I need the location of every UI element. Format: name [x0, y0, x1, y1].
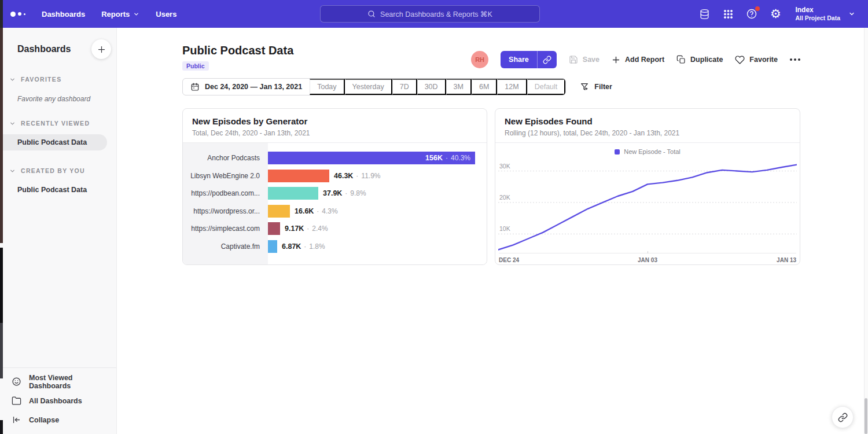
sidebar-footer-label: Collapse [29, 416, 59, 424]
x-tick-label-first: DEC 24 [499, 257, 519, 263]
svg-text:10K: 10K [499, 225, 510, 232]
bar-segment[interactable] [268, 170, 329, 182]
bar-segment[interactable] [268, 222, 280, 235]
screen-edge-artifact [0, 0, 3, 28]
more-options-button[interactable] [790, 56, 800, 63]
add-dashboard-button[interactable] [91, 39, 111, 59]
bar-row[interactable]: Libsyn WebEngine 2.046.3K·11.9% [183, 167, 487, 185]
sidebar-footer-item-most-viewed-dashboards[interactable]: Most Viewed Dashboards [0, 372, 116, 391]
smiley-icon [12, 377, 21, 387]
share-button[interactable]: Share [501, 51, 557, 68]
sidebar: Dashboards FAVORITESFavorite any dashboa… [0, 28, 117, 434]
date-range-label: Dec 24, 2020 — Jan 13, 2021 [205, 83, 302, 91]
settings-gear-icon[interactable] [769, 8, 782, 20]
filter-icon [580, 82, 589, 91]
bar-segment[interactable]: 156K·40.3% [268, 152, 475, 164]
date-range-button[interactable]: Dec 24, 2020 — Jan 13, 2021 [183, 79, 310, 95]
preset-3m[interactable]: 3M [446, 79, 472, 95]
avatar[interactable]: RH [471, 51, 488, 68]
filter-button[interactable]: Filter [580, 82, 612, 91]
screen-edge-artifact [0, 323, 3, 378]
preset-today[interactable]: Today [310, 79, 344, 95]
preset-7d[interactable]: 7D [392, 79, 417, 95]
notification-badge [755, 6, 760, 11]
heart-icon [735, 55, 745, 65]
bar-value-label: 156K·40.3% [425, 154, 475, 162]
bar-category-label: Anchor Podcasts [183, 154, 268, 162]
data-icon[interactable] [698, 8, 711, 20]
sidebar-empty-text: Favorite any dashboard [17, 95, 116, 103]
date-presets: TodayYesterday7D30D3M6M12MDefault [310, 79, 565, 95]
favorite-button[interactable]: Favorite [735, 55, 778, 65]
save-button[interactable]: Save [569, 55, 599, 64]
link-icon [838, 413, 848, 422]
duplicate-button[interactable]: Duplicate [676, 55, 723, 64]
preset-6m[interactable]: 6M [472, 79, 497, 95]
share-button-label[interactable]: Share [501, 51, 537, 68]
line-chart-card[interactable]: New Episodes Found Rolling (12 hours), t… [495, 108, 800, 265]
x-axis-labels: DEC 24 JAN 03 JAN 13 [499, 253, 796, 263]
bar-chart-card[interactable]: New Episodes by Generator Total, Dec 24t… [182, 108, 487, 265]
add-report-button[interactable]: Add Report [612, 56, 664, 64]
bar-area: 16.6K·4.3% [268, 203, 487, 220]
screen-edge-artifact [0, 248, 3, 323]
nav-link-label: Dashboards [42, 10, 85, 19]
bar-area: 156K·40.3% [268, 149, 487, 167]
sidebar-section-header[interactable]: FAVORITES [9, 76, 116, 83]
nav-link-reports[interactable]: Reports [101, 10, 139, 19]
bar-row[interactable]: Anchor Podcasts156K·40.3% [183, 149, 487, 167]
preset-yesterday[interactable]: Yesterday [345, 79, 392, 95]
sidebar-footer-label: Most Viewed Dashboards [29, 374, 116, 390]
bar-area: 6.87K·1.8% [268, 238, 487, 256]
bar-value-label: 16.6K·4.3% [295, 207, 338, 215]
sidebar-footer-item-all-dashboards[interactable]: All Dashboards [0, 391, 116, 410]
bar-segment[interactable] [268, 240, 277, 253]
project-switcher[interactable]: Index All Project Data [795, 6, 855, 22]
nav-link-users[interactable]: Users [156, 10, 176, 19]
bar-segment[interactable] [268, 187, 318, 200]
bar-segment[interactable] [268, 205, 290, 218]
preset-30d[interactable]: 30D [417, 79, 446, 95]
bar-chart-subtitle: Total, Dec 24th, 2020 - Jan 13th, 2021 [192, 129, 477, 137]
sidebar-section-label: FAVORITES [21, 76, 61, 83]
scrollbar-track[interactable] [864, 28, 868, 434]
search-input[interactable]: Search Dashboards & Reports ⌘K [320, 5, 540, 23]
bar-row[interactable]: Captivate.fm6.87K·1.8% [183, 238, 487, 256]
main-content: Public Podcast Data Public RH Share Save… [117, 28, 868, 434]
share-link-fab[interactable] [832, 406, 854, 428]
collapse-icon [12, 415, 21, 425]
line-chart-svg: 10K20K30K [498, 157, 797, 253]
bar-row[interactable]: https://simplecast.com9.17K·2.4% [183, 220, 487, 238]
sidebar-title: Dashboards [17, 44, 71, 54]
bar-row[interactable]: https://wordpress.or...16.6K·4.3% [183, 203, 487, 220]
bar-value-label: 37.9K·9.8% [323, 189, 366, 197]
sidebar-footer-item-collapse[interactable]: Collapse [0, 410, 116, 429]
bar-row[interactable]: https://podbean.com...37.9K·9.8% [183, 185, 487, 203]
mixpanel-logo-icon[interactable] [10, 12, 25, 17]
sidebar-section-header[interactable]: RECENTLY VIEWED [9, 120, 116, 127]
copy-link-button[interactable] [537, 51, 557, 68]
scrollbar-thumb[interactable] [865, 398, 867, 434]
visibility-badge: Public [182, 61, 209, 71]
date-range-group: Dec 24, 2020 — Jan 13, 2021 TodayYesterd… [182, 78, 566, 95]
nav-link-dashboards[interactable]: Dashboards [42, 10, 85, 19]
top-nav: DashboardsReportsUsers Search Dashboards… [0, 0, 868, 28]
page-title: Public Podcast Data [182, 44, 293, 57]
sidebar-section-header[interactable]: CREATED BY YOU [9, 167, 116, 174]
search-placeholder: Search Dashboards & Reports ⌘K [380, 10, 492, 19]
apps-grid-icon[interactable] [722, 8, 734, 20]
report-cards: New Episodes by Generator Total, Dec 24t… [182, 108, 800, 265]
bar-area: 9.17K·2.4% [268, 220, 487, 238]
chevron-down-icon [133, 11, 139, 17]
help-icon[interactable] [745, 8, 758, 20]
chevron-down-icon [848, 10, 855, 17]
nav-link-label: Reports [101, 10, 130, 19]
svg-text:20K: 20K [499, 194, 510, 201]
sidebar-footer: Most Viewed DashboardsAll DashboardsColl… [0, 367, 116, 434]
preset-12m[interactable]: 12M [497, 79, 527, 95]
sidebar-item-public-podcast-data[interactable]: Public Podcast Data [0, 134, 107, 150]
preset-default[interactable]: Default [527, 79, 566, 95]
sidebar-item-public-podcast-data[interactable]: Public Podcast Data [0, 182, 116, 198]
save-icon [569, 55, 578, 64]
bar-category-label: https://wordpress.or... [183, 207, 268, 215]
